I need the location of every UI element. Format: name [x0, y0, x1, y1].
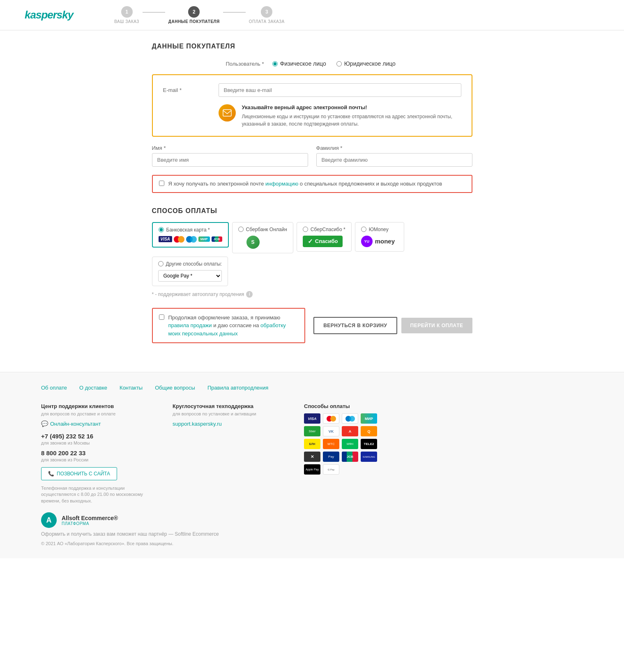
footer-columns: Центр поддержки клиентов для вопросов по… [33, 403, 591, 504]
newsletter-checkbox[interactable] [159, 181, 164, 186]
footer-links: Об оплате О доставке Контакты Общие вопр… [33, 385, 591, 391]
sberbank-icon: S [246, 236, 260, 249]
footer-link-payment[interactable]: Об оплате [41, 385, 67, 391]
allsoft-text: Оформить и получить заказ вам поможет на… [33, 531, 591, 537]
payment-methods-title: Способы оплаты [304, 403, 386, 409]
first-name-field: Имя * [152, 145, 308, 167]
yumoney-logo: YU money [361, 236, 395, 247]
hint-content: Указывайте верный адрес электронной почт… [242, 104, 461, 128]
other-radio[interactable] [158, 261, 163, 266]
jcb-badge: JCB [212, 236, 222, 242]
yumoney-radio[interactable] [361, 227, 366, 232]
phone-note: Телефонная поддержка и консультации осущ… [41, 485, 156, 504]
sberspasibo-header: СберСпасибо * [303, 227, 345, 232]
other-header: Другие способы оплаты: [158, 261, 222, 267]
last-name-input[interactable] [316, 153, 472, 167]
bank-card-label: Банковская карта * [166, 227, 210, 233]
mir-badge: МИР [198, 236, 210, 242]
action-buttons: ВЕРНУТЬСЯ В КОРЗИНУ ПЕРЕЙТИ К ОПЛАТЕ [313, 317, 472, 334]
proceed-to-payment-button[interactable]: ПЕРЕЙТИ К ОПЛАТЕ [401, 318, 472, 333]
newsletter-link[interactable]: информацию [265, 181, 298, 187]
support-sub: для вопросов по доставке и оплате [41, 411, 156, 416]
phone-icon: 📞 [48, 471, 54, 477]
pi-mastercard [323, 413, 339, 424]
footer-link-contacts[interactable]: Контакты [120, 385, 143, 391]
payment-sberspasibo[interactable]: СберСпасибо * ✓ Спасибо [297, 222, 352, 252]
pi-maestro [342, 413, 358, 424]
step-2: 2 ДАННЫЕ ПОКУПАТЕЛЯ [168, 6, 220, 24]
pi-qiwi: Q [361, 426, 377, 436]
yumoney-label: ЮMoney [369, 227, 389, 232]
name-fields-row: Имя * Фамилия * [152, 145, 472, 167]
payment-other[interactable]: Другие способы оплаты: Google Pay * [152, 257, 228, 286]
pi-sber: Sber [304, 426, 320, 436]
email-row: E-mail * [163, 83, 461, 97]
bank-card-radio[interactable] [159, 227, 164, 232]
hint-text: Лицензионные коды и инструкции по устано… [242, 113, 461, 128]
hint-icon [219, 104, 236, 122]
visa-badge: VISA [159, 236, 172, 242]
step-2-circle: 2 [188, 6, 200, 18]
payment-sberbank[interactable]: Сбербанк Онлайн S [232, 222, 293, 253]
chat-icon: 💬 [41, 420, 48, 427]
sberspasibo-radio[interactable] [303, 227, 308, 232]
payment-title: СПОСОБ ОПЛАТЫ [152, 207, 472, 215]
payment-bank-card[interactable]: Банковская карта * VISA МИР JCB [152, 222, 229, 248]
pi-paypal: Pay [323, 452, 339, 462]
pi-alfa: А [342, 426, 358, 436]
other-label: Другие способы оплаты: [166, 261, 222, 267]
footer-col-support: Центр поддержки клиентов для вопросов по… [41, 403, 156, 504]
back-to-cart-button[interactable]: ВЕРНУТЬСЯ В КОРЗИНУ [313, 317, 397, 334]
phone1-sub: для звонков из Москвы [41, 440, 156, 445]
payment-section: СПОСОБ ОПЛАТЫ Банковская карта * VISA [152, 207, 472, 298]
email-input[interactable] [219, 83, 461, 97]
page-title: ДАННЫЕ ПОКУПАТЕЛЯ [152, 43, 472, 50]
footer-link-faq[interactable]: Общие вопросы [155, 385, 195, 391]
allsoft-circle: A [41, 512, 57, 528]
support-title: Центр поддержки клиентов [41, 403, 156, 409]
copyright: © 2021 АО «Лаборатория Касперского». Все… [33, 541, 591, 546]
payment-options-row: Банковская карта * VISA МИР JCB [152, 222, 472, 286]
svg-rect-0 [223, 110, 231, 116]
step-connector-1 [143, 12, 165, 13]
online-consultant-link[interactable]: 💬 Онлайн-консультант [41, 420, 156, 427]
sberbank-header: Сбербанк Онлайн [238, 227, 287, 232]
steps-row: 1 ВАШ ЗАКАЗ 2 ДАННЫЕ ПОКУПАТЕЛЯ 3 ОПЛАТА… [114, 6, 285, 24]
online-consultant-label: Онлайн-консультант [50, 421, 101, 427]
pi-jcb: JCB [342, 452, 358, 462]
call-button-label: ПОЗВОНИТЬ С САЙТА [57, 471, 110, 477]
step-connector-2 [223, 12, 246, 13]
tech-email-link[interactable]: support.kaspersky.ru [173, 421, 222, 427]
sberbank-radio[interactable] [238, 227, 244, 232]
header: kaspersky 1 ВАШ ЗАКАЗ 2 ДАННЫЕ ПОКУПАТЕЛ… [0, 0, 624, 30]
radio-individual-input[interactable] [272, 61, 278, 67]
step-1-circle: 1 [121, 6, 133, 18]
radio-individual[interactable]: Физическое лицо [272, 60, 326, 67]
footer: Об оплате О доставке Контакты Общие вопр… [0, 372, 624, 558]
user-type-label: Пользователь * [226, 61, 264, 67]
logo[interactable]: kaspersky [25, 9, 73, 21]
radio-legal[interactable]: Юридическое лицо [336, 60, 396, 67]
radio-individual-label: Физическое лицо [280, 60, 326, 67]
phone2-sub: для звонков из России [41, 457, 156, 462]
allsoft-info: Allsoft Ecommerce® ПЛАТФОРМА [62, 515, 118, 526]
other-payment-select[interactable]: Google Pay * [158, 270, 222, 282]
footer-link-delivery[interactable]: О доставке [79, 385, 107, 391]
tech-sub: для вопросов по установке и активации [173, 411, 288, 416]
mastercard-badge [174, 236, 184, 243]
footer-col-payments: Способы оплаты VISA МИР Sber VK А Q БЛН … [304, 403, 386, 504]
first-name-input[interactable] [152, 153, 308, 167]
last-name-field: Фамилия * [316, 145, 472, 167]
pi-megafon: МФН [342, 439, 358, 449]
terms-link-rules[interactable]: правила продажи [168, 322, 212, 328]
radio-legal-input[interactable] [336, 61, 342, 67]
terms-checkbox[interactable] [159, 314, 164, 320]
call-button[interactable]: 📞 ПОЗВОНИТЬ С САЙТА [41, 467, 117, 480]
pi-orange: МТС [323, 439, 339, 449]
allsoft-row: A Allsoft Ecommerce® ПЛАТФОРМА [33, 512, 591, 528]
footer-link-autopay[interactable]: Правила автопродления [207, 385, 268, 391]
phone2: 8 800 200 22 33 [41, 450, 156, 456]
payment-yumoney[interactable]: ЮMoney YU money [355, 222, 404, 252]
maestro-badge [186, 236, 197, 243]
step-3-circle: 3 [261, 6, 272, 18]
